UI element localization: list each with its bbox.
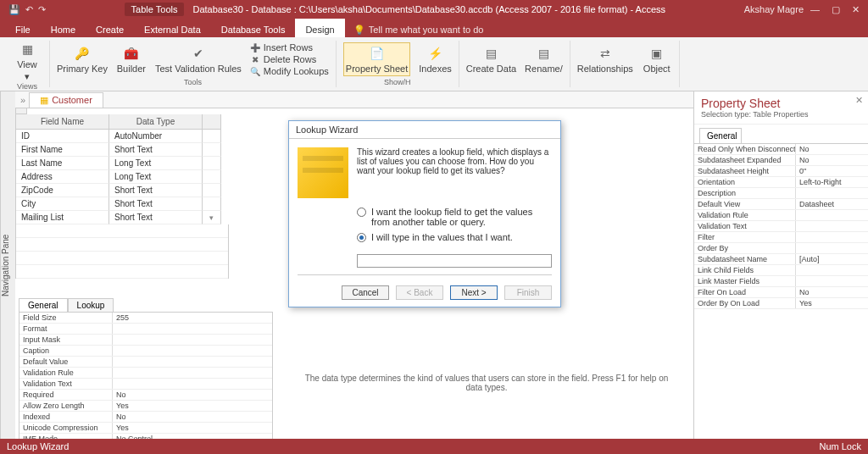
primary-key-button[interactable]: 🔑Primary Key — [57, 45, 108, 74]
property-row[interactable]: Link Master Fields — [694, 276, 868, 287]
dropdown-icon[interactable] — [203, 157, 221, 170]
tab-home[interactable]: Home — [41, 19, 86, 37]
close-icon[interactable]: ✕ — [852, 4, 860, 15]
property-row[interactable]: Subdatasheet Name[Auto] — [694, 254, 868, 265]
col-data-type[interactable]: Data Type — [109, 114, 203, 130]
create-data-button[interactable]: ▤Create Data — [466, 45, 516, 74]
tab-external-data[interactable]: External Data — [134, 19, 211, 37]
field-prop-row[interactable]: Input Mask — [19, 335, 272, 346]
maximize-icon[interactable]: ▢ — [832, 4, 840, 15]
navigation-pane-collapsed[interactable]: Navigation Pane — [0, 91, 15, 439]
field-row[interactable]: Mailing List Short Text ▾ — [15, 211, 229, 224]
expand-nav-icon[interactable]: » — [20, 95, 25, 105]
field-properties-grid[interactable]: Field Size255FormatInput MaskCaptionDefa… — [19, 312, 273, 454]
data-type-cell[interactable]: Long Text — [109, 170, 203, 184]
field-prop-row[interactable]: Validation Rule — [19, 368, 272, 379]
view-button[interactable]: ▦View▾ — [12, 41, 42, 82]
field-name-cell[interactable]: First Name — [16, 143, 109, 157]
field-name-cell[interactable]: ZipCode — [16, 184, 109, 197]
property-row[interactable]: Default ViewDatasheet — [694, 199, 868, 210]
modify-lookups-button[interactable]: 🔍Modify Lookups — [250, 66, 329, 76]
field-prop-row[interactable]: Unicode CompressionYes — [19, 423, 272, 434]
field-prop-row[interactable]: Validation Text — [19, 379, 272, 390]
user-name[interactable]: Akshay Magre — [744, 4, 804, 14]
field-prop-row[interactable]: IndexedNo — [19, 412, 272, 423]
col-field-name[interactable]: Field Name — [16, 114, 109, 130]
radio-from-table[interactable]: I want the lookup field to get the value… — [357, 207, 552, 227]
field-name-cell[interactable]: City — [16, 197, 109, 211]
property-row[interactable]: Subdatasheet Height0" — [694, 166, 868, 177]
field-prop-row[interactable]: Allow Zero LengthYes — [19, 401, 272, 412]
data-type-cell[interactable]: Short Text — [109, 211, 203, 224]
back-button[interactable]: < Back — [396, 285, 443, 300]
indexes-button[interactable]: ⚡Indexes — [419, 45, 452, 74]
field-row[interactable]: City Short Text — [15, 197, 229, 211]
tab-create[interactable]: Create — [86, 19, 134, 37]
field-name-cell[interactable]: Address — [16, 170, 109, 184]
field-prop-row[interactable]: Field Size255 — [19, 313, 272, 324]
property-row[interactable]: Subdatasheet ExpandedNo — [694, 155, 868, 166]
save-icon[interactable]: 💾 — [8, 4, 20, 15]
field-row[interactable]: First Name Short Text — [15, 143, 229, 157]
property-row[interactable]: Validation Text — [694, 221, 868, 232]
rename-button[interactable]: ▤Rename/ — [525, 45, 563, 74]
dialog-input[interactable] — [357, 254, 552, 268]
ps-tab-general[interactable]: General — [699, 128, 742, 143]
property-row[interactable]: Order By On LoadYes — [694, 298, 868, 309]
property-row[interactable]: Link Child Fields — [694, 265, 868, 276]
property-row[interactable]: Description — [694, 188, 868, 199]
tab-database-tools[interactable]: Database Tools — [211, 19, 296, 37]
minimize-icon[interactable]: — — [810, 4, 820, 15]
field-prop-row[interactable]: Format — [19, 324, 272, 335]
field-name-cell[interactable]: Mailing List — [16, 211, 109, 224]
dropdown-icon[interactable] — [203, 184, 221, 197]
next-button[interactable]: Next > — [450, 285, 498, 300]
field-prop-row[interactable]: RequiredNo — [19, 390, 272, 401]
tab-design[interactable]: Design — [295, 19, 344, 37]
fp-tab-general[interactable]: General — [19, 298, 68, 312]
data-type-cell[interactable]: AutoNumber — [109, 130, 203, 143]
property-sheet-grid[interactable]: Read Only When DisconnectNoSubdatasheet … — [694, 143, 868, 309]
delete-rows-button[interactable]: ✖Delete Rows — [250, 54, 329, 64]
insert-rows-button[interactable]: ➕Insert Rows — [250, 42, 329, 53]
property-row[interactable]: Order By — [694, 243, 868, 254]
redo-icon[interactable]: ↷ — [38, 4, 46, 15]
empty-rows[interactable] — [15, 224, 229, 279]
field-name-cell[interactable]: Last Name — [16, 157, 109, 170]
data-type-cell[interactable]: Long Text — [109, 157, 203, 170]
data-type-cell[interactable]: Short Text — [109, 197, 203, 211]
cancel-button[interactable]: Cancel — [342, 285, 389, 300]
property-sheet-button[interactable]: 📄Property Sheet — [343, 42, 410, 76]
field-prop-row[interactable]: Default Value — [19, 357, 272, 368]
field-row[interactable]: Address Long Text — [15, 170, 229, 184]
property-row[interactable]: Filter On LoadNo — [694, 287, 868, 298]
data-type-cell[interactable]: Short Text — [109, 143, 203, 157]
undo-icon[interactable]: ↶ — [25, 4, 33, 15]
property-row[interactable]: Filter — [694, 232, 868, 243]
tell-me[interactable]: 💡Tell me what you want to do — [345, 19, 492, 37]
field-row[interactable]: ID AutoNumber — [15, 130, 229, 143]
tab-file[interactable]: File — [5, 19, 41, 37]
test-validation-button[interactable]: ✔Test Validation Rules — [155, 45, 242, 74]
radio-type-values[interactable]: I will type in the values that I want. — [357, 232, 552, 242]
property-row[interactable]: Validation Rule — [694, 210, 868, 221]
finish-button[interactable]: Finish — [504, 285, 552, 300]
relationships-button[interactable]: ⇄Relationships — [577, 45, 633, 74]
data-type-cell[interactable]: Short Text — [109, 184, 203, 197]
field-prop-row[interactable]: Caption — [19, 346, 272, 357]
dropdown-icon[interactable] — [203, 143, 221, 157]
doc-tab-customer[interactable]: ▦Customer — [29, 92, 103, 108]
dropdown-icon[interactable] — [203, 170, 221, 184]
builder-button[interactable]: 🧰Builder — [116, 45, 147, 74]
dropdown-icon[interactable] — [203, 130, 221, 143]
property-row[interactable]: OrientationLeft-to-Right — [694, 177, 868, 188]
field-name-cell[interactable]: ID — [16, 130, 109, 143]
field-row[interactable]: ZipCode Short Text — [15, 184, 229, 197]
field-grid[interactable]: Field Name Data Type — [15, 108, 229, 130]
property-sheet-close-icon[interactable]: ✕ — [855, 95, 863, 106]
dropdown-icon[interactable]: ▾ — [203, 211, 221, 224]
property-row[interactable]: Read Only When DisconnectNo — [694, 144, 868, 155]
dropdown-icon[interactable] — [203, 197, 221, 211]
fp-tab-lookup[interactable]: Lookup — [68, 298, 114, 312]
field-row[interactable]: Last Name Long Text — [15, 157, 229, 170]
